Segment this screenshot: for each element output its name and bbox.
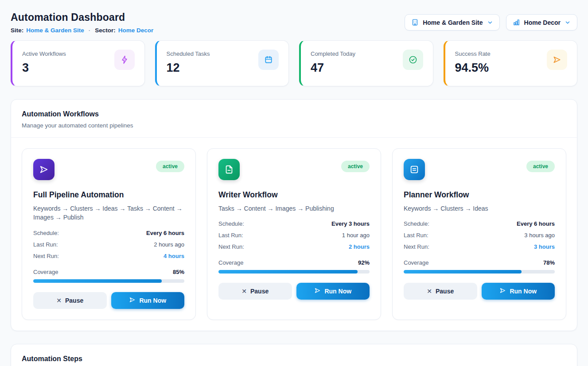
bar-chart-icon: [513, 19, 520, 26]
workflow-cards-grid: active Full Pipeline Automation Keywords…: [11, 138, 577, 331]
last-run-value: 2 hours ago: [154, 241, 184, 248]
pause-button-label: Pause: [65, 297, 83, 304]
automation-workflows-panel: Automation Workflows Manage your automat…: [11, 99, 577, 331]
workflow-title: Planner Workflow: [404, 190, 555, 200]
automation-steps-panel: Automation Steps Configure which steps a…: [11, 344, 577, 366]
header-dropdowns: Home & Garden Site Home Decor: [405, 14, 577, 31]
coverage-value: 92%: [358, 259, 370, 266]
schedule-label: Schedule:: [404, 220, 429, 227]
workflow-card-header: active: [404, 159, 555, 180]
schedule-value: Every 6 hours: [146, 230, 184, 236]
workflow-title: Writer Workflow: [218, 190, 370, 200]
next-run-label: Next Run:: [218, 243, 244, 250]
steps-panel-header: Automation Steps Configure which steps a…: [11, 344, 577, 366]
chevron-down-icon: [487, 19, 493, 26]
last-run-label: Last Run:: [218, 232, 243, 239]
coverage-label: Coverage: [404, 259, 428, 266]
stat-card-active-workflows: Active Workflows 3: [11, 40, 145, 86]
workflow-title: Full Pipeline Automation: [33, 190, 184, 200]
x-icon: ✕: [427, 288, 432, 295]
status-badge: active: [156, 161, 184, 172]
workflow-card-full-pipeline: active Full Pipeline Automation Keywords…: [22, 148, 196, 320]
send-icon: [129, 297, 136, 304]
workflow-actions: ✕Pause Run Now: [33, 292, 184, 309]
schedule-value: Every 6 hours: [517, 220, 555, 227]
stats-row: Active Workflows 3 Scheduled Tasks 12 Co…: [11, 40, 577, 86]
coverage-block: Coverage85%: [33, 269, 184, 283]
workflow-pipeline: Keywords → Clusters → Ideas: [404, 204, 555, 213]
workflow-meta: Schedule:Every 3 hours Last Run:1 hour a…: [218, 220, 370, 255]
x-icon: ✕: [241, 288, 247, 295]
coverage-label: Coverage: [218, 259, 243, 266]
workflow-card-writer: active Writer Workflow Tasks → Content →…: [207, 148, 381, 320]
page-title: Automation Dashboard: [11, 12, 153, 23]
workflow-meta: Schedule:Every 6 hours Last Run:3 hours …: [404, 220, 555, 255]
workflow-actions: ✕Pause Run Now: [404, 283, 555, 300]
run-now-button-label: Run Now: [139, 297, 166, 304]
check-circle-icon: [403, 50, 423, 70]
pause-button-label: Pause: [250, 288, 269, 295]
next-run-value: 3 hours: [534, 243, 555, 250]
stat-card-scheduled-tasks: Scheduled Tasks 12: [155, 40, 289, 86]
stat-text: Completed Today 47: [311, 50, 355, 75]
coverage-block: Coverage78%: [404, 259, 555, 274]
stat-value: 3: [22, 61, 66, 75]
stat-text: Active Workflows 3: [22, 50, 66, 75]
next-run-label: Next Run:: [404, 243, 429, 250]
workflow-pipeline: Keywords → Clusters → Ideas → Tasks → Co…: [33, 204, 184, 222]
last-run-label: Last Run:: [404, 232, 428, 239]
workflows-panel-title: Automation Workflows: [22, 110, 566, 118]
last-run-value: 3 hours ago: [524, 232, 555, 239]
pause-button[interactable]: ✕Pause: [404, 283, 477, 300]
schedule-label: Schedule:: [218, 220, 244, 227]
chevron-down-icon: [565, 19, 571, 26]
next-run-label: Next Run:: [33, 253, 59, 259]
stat-value: 12: [167, 61, 210, 75]
coverage-label: Coverage: [33, 269, 58, 275]
site-link[interactable]: Home & Garden Site: [26, 27, 84, 34]
pause-button[interactable]: ✕Pause: [33, 292, 107, 309]
calendar-icon: [258, 50, 279, 70]
coverage-value: 85%: [173, 269, 184, 275]
last-run-label: Last Run:: [33, 241, 58, 248]
sector-selector-dropdown[interactable]: Home Decor: [506, 14, 577, 31]
pause-button-label: Pause: [436, 288, 454, 295]
coverage-progress-bar: [404, 270, 555, 274]
send-icon: [314, 287, 321, 295]
stat-card-success-rate: Success Rate 94.5%: [444, 40, 578, 86]
title-block: Automation Dashboard Site: Home & Garden…: [11, 12, 153, 34]
x-icon: ✕: [56, 297, 62, 304]
coverage-block: Coverage92%: [218, 259, 370, 274]
next-run-value: 2 hours: [349, 243, 370, 250]
pause-button[interactable]: ✕Pause: [218, 283, 292, 300]
run-now-button[interactable]: Run Now: [296, 283, 370, 300]
site-selector-dropdown[interactable]: Home & Garden Site: [405, 14, 499, 31]
coverage-value: 78%: [543, 259, 555, 266]
automation-dashboard-page: Automation Dashboard Site: Home & Garden…: [0, 0, 588, 366]
coverage-progress-bar: [33, 279, 184, 283]
workflows-panel-subtitle: Manage your automated content pipelines: [22, 122, 566, 129]
status-badge: active: [341, 161, 370, 172]
lightning-icon: [114, 50, 135, 70]
sector-label: Sector:: [95, 27, 116, 34]
stat-value: 94.5%: [455, 61, 491, 75]
run-now-button[interactable]: Run Now: [111, 292, 185, 309]
steps-panel-title: Automation Steps: [22, 355, 566, 363]
sector-link[interactable]: Home Decor: [118, 27, 154, 34]
next-run-value: 4 hours: [164, 253, 184, 259]
schedule-label: Schedule:: [33, 230, 59, 236]
workflows-panel-header: Automation Workflows Manage your automat…: [11, 100, 577, 138]
last-run-value: 1 hour ago: [342, 232, 370, 239]
run-now-button[interactable]: Run Now: [482, 283, 555, 300]
schedule-value: Every 3 hours: [331, 220, 370, 227]
stat-text: Success Rate 94.5%: [455, 50, 491, 75]
workflow-pipeline: Tasks → Content → Images → Publishing: [218, 204, 370, 213]
stat-card-completed-today: Completed Today 47: [299, 40, 433, 86]
status-badge: active: [526, 161, 555, 172]
sector-selector-label: Home Decor: [524, 19, 561, 26]
workflow-card-header: active: [33, 159, 184, 180]
run-now-button-label: Run Now: [324, 288, 351, 295]
site-label: Site:: [11, 27, 23, 34]
document-icon: [218, 159, 240, 180]
workflow-card-planner: active Planner Workflow Keywords → Clust…: [392, 148, 566, 320]
